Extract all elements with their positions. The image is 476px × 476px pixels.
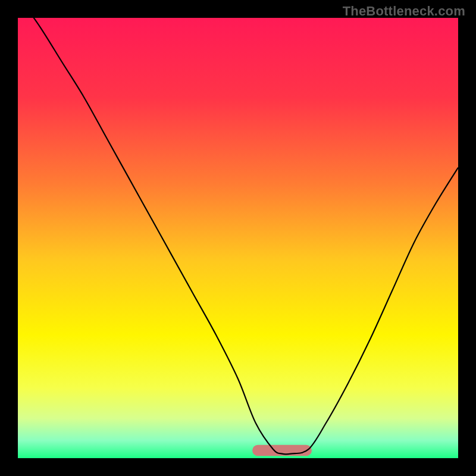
plot-area	[18, 18, 458, 458]
watermark-text: TheBottleneck.com	[343, 4, 465, 19]
bottleneck-curve	[18, 18, 458, 455]
chart-frame: TheBottleneck.com	[0, 0, 476, 476]
curve-layer	[18, 18, 458, 458]
